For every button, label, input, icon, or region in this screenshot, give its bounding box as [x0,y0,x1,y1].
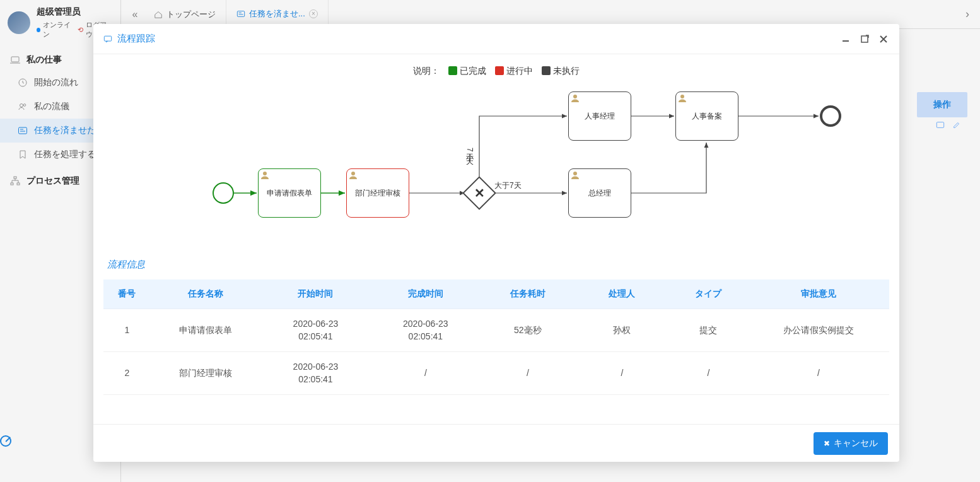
node-hr-manager: 人事经理 [568,91,631,141]
process-trace-modal: 流程跟踪 说明： 已完成 进行中 未执行 [93,24,899,462]
process-diagram: 申请请假表单 部门经理审核 ✕ 人事经理 总经理 [103,86,889,250]
col-dur: 任务耗时 [481,279,575,309]
col-comment: 审批意见 [748,279,889,309]
close-icon: ✖ [824,439,830,448]
user-badge-icon [260,170,271,182]
modal-title: 流程跟踪 [103,33,155,45]
swatch-pending [542,66,551,75]
dialog-icon [103,35,112,44]
table-row: 1 申请请假表单 2020-06-23 02:05:41 2020-06-23 … [103,309,889,352]
col-owner: 处理人 [575,279,670,309]
table-row: 2 部门经理审核 2020-06-23 02:05:41 / / / / / [103,352,889,395]
cancel-button[interactable]: ✖ キャンセル [814,432,888,455]
start-node [213,182,234,204]
user-badge-icon [570,93,581,105]
node-dept: 部门经理审核 [346,168,409,218]
edge-label-gt7: 大于7天 [494,180,522,191]
modal-maximize-button[interactable] [859,34,870,44]
edge-label-lt7: 小于7天 [464,148,475,152]
modal-minimize-button[interactable] [840,34,851,44]
swatch-done [448,66,457,75]
swatch-progress [495,66,504,75]
col-type: タイプ [669,279,748,309]
modal-header: 流程跟踪 [93,24,899,54]
table-header-row: 番号 任务名称 开始时间 完成时间 任务耗时 处理人 タイプ 审批意见 [103,279,889,309]
process-info-table: 番号 任务名称 开始时间 完成时间 任务耗时 处理人 タイプ 审批意见 1 申请… [103,279,889,395]
col-end: 完成时间 [371,279,481,309]
end-node [820,105,841,127]
user-badge-icon [570,170,581,182]
legend: 说明： 已完成 进行中 未执行 [103,62,889,86]
section-title-process-info: 流程信息 [103,250,889,279]
node-form: 申请请假表单 [258,168,321,218]
legend-label: 说明： [413,66,440,76]
modal-close-button[interactable] [878,34,889,44]
node-general-manager: 总经理 [568,168,631,218]
user-badge-icon [677,93,689,105]
col-no: 番号 [103,279,151,309]
node-hr-file: 人事备案 [675,91,738,141]
user-badge-icon [348,170,359,182]
col-start: 开始时间 [260,279,370,309]
svg-rect-10 [104,36,111,41]
svg-rect-11 [861,36,868,42]
modal-footer: ✖ キャンセル [93,424,899,462]
col-task: 任务名称 [151,279,260,309]
